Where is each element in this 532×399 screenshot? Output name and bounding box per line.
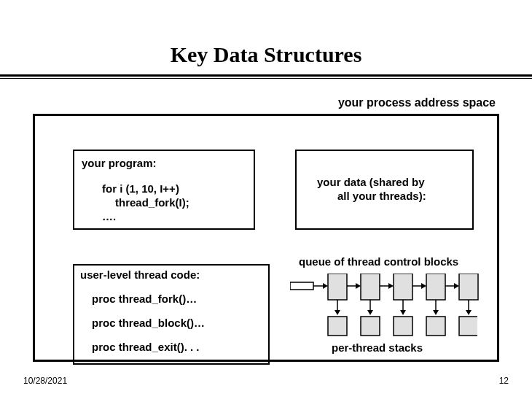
data-line-1: your data (shared by <box>317 176 425 188</box>
data-box: your data (shared by all your threads): <box>295 150 474 230</box>
svg-marker-11 <box>421 283 426 289</box>
usercode-heading: user-level thread code: <box>74 266 268 287</box>
svg-marker-25 <box>466 310 472 315</box>
svg-rect-9 <box>394 274 412 300</box>
svg-marker-19 <box>367 310 373 315</box>
svg-rect-29 <box>426 317 445 336</box>
svg-rect-30 <box>459 317 477 336</box>
svg-rect-28 <box>394 317 412 336</box>
per-thread-stacks-label: per-thread stacks <box>332 341 423 354</box>
svg-rect-6 <box>361 274 380 300</box>
svg-marker-21 <box>400 310 406 315</box>
title-underline <box>0 74 532 82</box>
code-line-1: for i (1, 10, I++) <box>102 182 246 196</box>
svg-rect-27 <box>361 317 380 336</box>
address-space-label: your process address space <box>338 96 496 109</box>
svg-rect-0 <box>290 282 313 290</box>
svg-marker-2 <box>323 283 328 289</box>
data-line-2: all your threads): <box>317 190 426 204</box>
footer-date: 10/28/2021 <box>23 376 67 386</box>
svg-marker-5 <box>356 283 361 289</box>
proc-thread-fork: proc thread_fork()… <box>74 287 268 311</box>
svg-rect-26 <box>328 317 347 336</box>
svg-marker-17 <box>335 310 340 315</box>
queue-label: queue of thread control blocks <box>299 255 458 268</box>
svg-marker-14 <box>454 283 459 289</box>
code-line-3: …. <box>102 210 246 224</box>
svg-marker-8 <box>388 283 394 289</box>
svg-rect-15 <box>459 274 478 300</box>
proc-thread-block: proc thread_block()… <box>74 311 268 335</box>
svg-marker-23 <box>433 310 439 315</box>
slide-title: Key Data Structures <box>0 0 532 74</box>
per-thread-stacks-diagram <box>295 315 477 337</box>
footer-page-number: 12 <box>499 376 509 386</box>
svg-rect-12 <box>426 274 445 300</box>
program-box: your program: for i (1, 10, I++) thread_… <box>73 150 255 230</box>
tcb-queue-diagram <box>290 274 481 317</box>
program-heading: your program: <box>82 157 246 169</box>
user-level-thread-code-box: user-level thread code: proc thread_fork… <box>73 264 270 365</box>
code-line-2: thread_fork(I); <box>102 196 246 210</box>
proc-thread-exit: proc thread_exit(). . . <box>74 335 268 359</box>
svg-rect-3 <box>328 274 347 300</box>
